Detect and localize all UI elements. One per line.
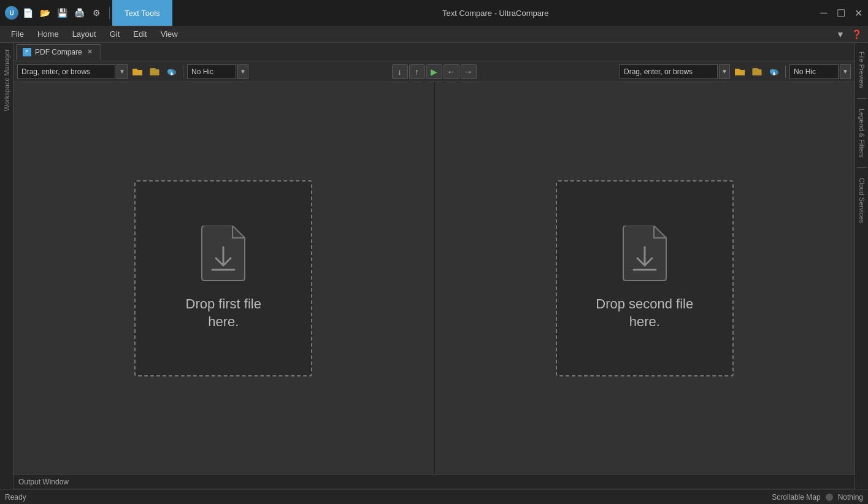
menu-right-controls: ▼ ❓	[834, 28, 863, 41]
nav-play-button[interactable]: ▶	[426, 64, 442, 79]
left-highlight-text: No Hic	[191, 67, 213, 76]
left-compare-panel[interactable]: Drop first filehere.	[13, 82, 434, 474]
save-icon[interactable]: 💾	[55, 6, 69, 20]
output-window-label: Output Window	[18, 478, 69, 486]
left-highlight-dropdown[interactable]: No Hic	[187, 64, 236, 79]
sidebar-left: Workspace Manager	[0, 43, 13, 489]
nothing-label: Nothing	[838, 493, 863, 502]
menu-help-button[interactable]: ❓	[850, 28, 863, 41]
menu-home[interactable]: Home	[31, 27, 65, 41]
right-highlight-arrow[interactable]: ▼	[840, 64, 851, 79]
right-cloud-button[interactable]	[767, 64, 782, 79]
sidebar-sep-1	[857, 98, 867, 99]
right-highlight-dropdown[interactable]: No Hic	[789, 64, 839, 79]
tab-text-tools[interactable]: Text Tools	[112, 0, 172, 26]
toolbar-icons: 📄 📂 💾 🖨️ ⚙	[21, 6, 112, 20]
bottom-area: Output Window	[13, 474, 855, 489]
left-drop-text: Drop first filehere.	[186, 296, 261, 330]
left-drop-icon	[199, 226, 248, 283]
left-cloud-button[interactable]	[164, 64, 179, 79]
title-bar: U 📄 📂 💾 🖨️ ⚙ Text Tools Text Compare - U…	[0, 0, 868, 26]
left-open-file-button[interactable]	[147, 64, 162, 79]
sidebar-right: File Preview Legend & Filters Cloud Serv…	[855, 43, 868, 489]
open-icon[interactable]: 📂	[38, 6, 52, 20]
right-path-text: Drag, enter, or brows	[624, 67, 693, 76]
right-path-input[interactable]: Drag, enter, or brows	[620, 64, 718, 79]
right-highlight-group: No Hic ▼	[789, 64, 851, 79]
right-drop-text: Drop second filehere.	[596, 296, 693, 330]
toolbar-tabs: Text Tools	[112, 0, 172, 26]
right-compare-panel[interactable]: Drop second filehere.	[434, 82, 855, 474]
scrollable-map-label: Scrollable Map	[772, 493, 820, 502]
left-drop-zone[interactable]: Drop first filehere.	[134, 180, 312, 376]
menu-git[interactable]: Git	[104, 27, 126, 41]
status-ready: Ready	[5, 493, 26, 502]
sidebar-legend-filters[interactable]: Legend & Filters	[858, 102, 866, 164]
tab-pdf-icon: P	[23, 48, 31, 56]
tab-close-button[interactable]: ✕	[86, 48, 94, 56]
left-path-input[interactable]: Drag, enter, or brows	[17, 64, 115, 79]
menu-edit[interactable]: Edit	[127, 27, 153, 41]
nav-buttons: ↓ ↑ ▶ ← →	[390, 64, 479, 79]
status-indicator	[826, 494, 833, 501]
right-drop-zone[interactable]: Drop second filehere.	[556, 180, 734, 376]
status-bar: Ready Scrollable Map Nothing	[0, 489, 868, 504]
tabs-bar: P PDF Compare ✕	[13, 43, 855, 61]
left-highlight-arrow[interactable]: ▼	[237, 64, 248, 79]
close-button[interactable]: ✕	[853, 8, 863, 18]
tab-pdf-label: PDF Compare	[35, 48, 82, 56]
menu-bar: File Home Layout Git Edit View ▼ ❓	[0, 26, 868, 43]
restore-button[interactable]: ☐	[836, 8, 846, 18]
window-controls: ─ ☐ ✕	[819, 8, 863, 18]
right-path-dropdown[interactable]: ▼	[719, 64, 730, 79]
menu-help-arrow[interactable]: ▼	[834, 28, 847, 41]
left-open-folder-button[interactable]	[130, 64, 145, 79]
nav-up-button[interactable]: ↑	[409, 64, 425, 79]
right-open-file-button[interactable]	[750, 64, 764, 79]
tab-pdf-compare[interactable]: P PDF Compare ✕	[16, 44, 101, 60]
left-highlight-group: No Hic ▼	[187, 64, 248, 79]
sidebar-cloud-services[interactable]: Cloud Services	[858, 172, 866, 229]
nav-down-button[interactable]: ↓	[392, 64, 408, 79]
left-path-text: Drag, enter, or brows	[21, 67, 90, 76]
workspace-manager-label[interactable]: Workspace Manager	[3, 43, 10, 117]
new-icon[interactable]: 📄	[21, 6, 34, 20]
app-logo: U	[5, 6, 18, 20]
right-drop-icon	[620, 226, 669, 283]
menu-file[interactable]: File	[5, 27, 30, 41]
status-right: Scrollable Map Nothing	[772, 493, 863, 502]
print-icon[interactable]: 🖨️	[72, 6, 86, 20]
left-path-dropdown[interactable]: ▼	[117, 64, 128, 79]
output-window-header: Output Window	[13, 475, 855, 489]
right-open-folder-button[interactable]	[732, 64, 747, 79]
window-title: Text Compare - UltraCompare	[172, 9, 819, 18]
sidebar-file-preview[interactable]: File Preview	[858, 45, 866, 94]
main-area: Workspace Manager P PDF Compare ✕ Drag, …	[0, 43, 868, 489]
menu-layout[interactable]: Layout	[66, 27, 102, 41]
right-highlight-text: No Hic	[794, 67, 816, 76]
nav-left-button[interactable]: ←	[444, 64, 459, 79]
minimize-button[interactable]: ─	[819, 8, 829, 18]
compare-toolbar: Drag, enter, or brows ▼ No Hic ▼	[13, 61, 855, 82]
compare-panels: Drop first filehere. Drop second fileher…	[13, 82, 855, 474]
sidebar-sep-2	[857, 167, 867, 168]
right-path-group: Drag, enter, or brows ▼	[620, 64, 730, 79]
content-area: P PDF Compare ✕ Drag, enter, or brows ▼	[13, 43, 855, 489]
menu-view[interactable]: View	[155, 27, 184, 41]
nav-right-button[interactable]: →	[461, 64, 477, 79]
left-path-group: Drag, enter, or brows ▼	[17, 64, 128, 79]
settings-icon[interactable]: ⚙	[90, 6, 103, 20]
